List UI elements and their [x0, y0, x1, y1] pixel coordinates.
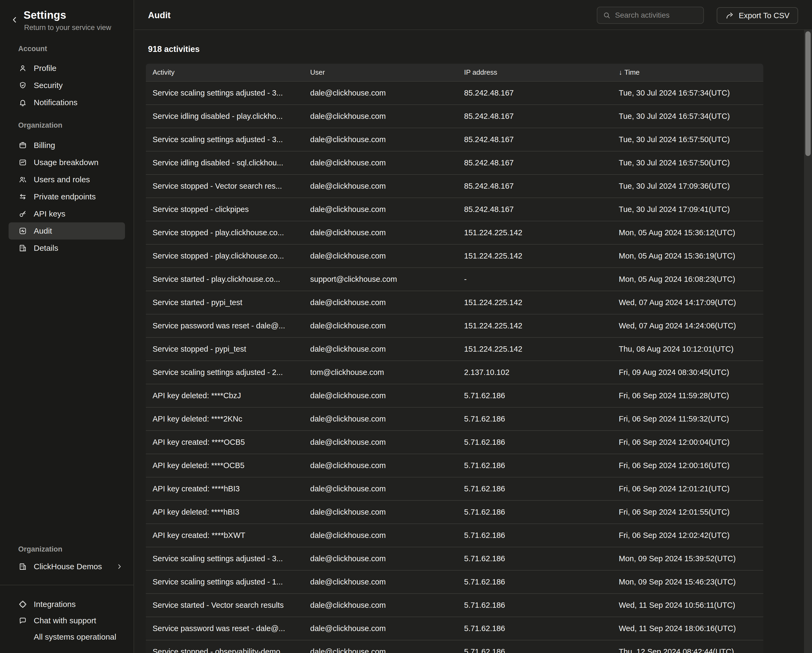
table-row[interactable]: Service stopped - pypi_test dale@clickho… [146, 337, 763, 360]
activity-cell: Service idling disabled - play.clickho..… [153, 112, 310, 121]
organization-switcher: ClickHouse Demos [0, 558, 134, 575]
ip-cell: 151.224.225.142 [464, 298, 619, 307]
user-cell: dale@clickhouse.com [310, 647, 464, 653]
activity-cell: API key deleted: ****CbzJ [153, 391, 310, 400]
table-row[interactable]: Service idling disabled - sql.clickhou..… [146, 151, 763, 174]
sidebar-item-label: Security [34, 81, 63, 90]
ip-cell: 5.71.62.186 [464, 531, 619, 540]
activity-cell: Service password was reset - dale@... [153, 321, 310, 330]
table-row[interactable]: API key deleted: ****CbzJ dale@clickhous… [146, 384, 763, 407]
time-cell: Tue, 30 Jul 2024 16:57:34(UTC) [619, 88, 763, 98]
table-row[interactable]: Service scaling settings adjusted - 1...… [146, 570, 763, 593]
activity-cell: Service started - Vector search results [153, 601, 310, 610]
organization-item[interactable]: ClickHouse Demos [9, 558, 125, 575]
page-title: Audit [148, 10, 171, 20]
table-row[interactable]: Service started - pypi_test dale@clickho… [146, 291, 763, 314]
back-button[interactable] [11, 15, 20, 24]
system-status-label: All systems operational [34, 632, 116, 641]
time-cell: Thu, 08 Aug 2024 10:12:01(UTC) [619, 345, 763, 354]
column-header-time[interactable]: ↓ Time [619, 68, 763, 76]
sidebar-item-billing[interactable]: Billing [9, 137, 125, 154]
integrations-item[interactable]: Integrations [9, 596, 125, 612]
table-row[interactable]: Service scaling settings adjusted - 2...… [146, 360, 763, 384]
table-row[interactable]: Service scaling settings adjusted - 3...… [146, 547, 763, 570]
sidebar-item-label: Notifications [34, 98, 77, 107]
user-cell: dale@clickhouse.com [310, 415, 464, 423]
user-cell: dale@clickhouse.com [310, 601, 464, 610]
sidebar-item-details[interactable]: Details [9, 240, 125, 257]
chat-bubble-icon [19, 616, 27, 625]
sidebar-item-profile[interactable]: Profile [9, 60, 125, 77]
export-to-csv-button[interactable]: Export To CSV [717, 7, 798, 24]
table-row[interactable]: Service idling disabled - play.clickho..… [146, 104, 763, 128]
time-cell: Wed, 07 Aug 2024 14:17:09(UTC) [619, 298, 763, 307]
activity-cell: Service stopped - play.clickhouse.co... [153, 228, 310, 237]
user-cell: dale@clickhouse.com [310, 345, 464, 354]
time-cell: Fri, 09 Aug 2024 08:30:45(UTC) [619, 368, 763, 377]
ip-cell: 5.71.62.186 [464, 508, 619, 517]
sidebar-item-private-endpoints[interactable]: Private endpoints [9, 188, 125, 205]
column-header-user[interactable]: User [310, 68, 464, 76]
search-input[interactable] [615, 11, 698, 20]
table-header: Activity User IP address ↓ Time [146, 64, 763, 81]
user-cell: dale@clickhouse.com [310, 461, 464, 470]
user-cell: tom@clickhouse.com [310, 368, 464, 377]
table-row[interactable]: Service stopped - observability-demo dal… [146, 640, 763, 653]
activity-cell: API key deleted: ****2KNc [153, 415, 310, 423]
ip-cell: 5.71.62.186 [464, 624, 619, 633]
table-row[interactable]: Service stopped - play.clickhouse.co... … [146, 221, 763, 244]
sidebar-item-notifications[interactable]: Notifications [9, 94, 125, 111]
vertical-scrollbar[interactable] [804, 30, 812, 653]
activity-cell: Service scaling settings adjusted - 3... [153, 554, 310, 563]
status-dot [19, 633, 27, 641]
table-row[interactable]: API key deleted: ****hBI3 dale@clickhous… [146, 500, 763, 523]
table-row[interactable]: API key deleted: ****2KNc dale@clickhous… [146, 407, 763, 430]
audit-table: Activity User IP address ↓ Time Service … [146, 64, 763, 653]
sidebar-item-audit[interactable]: Audit [9, 223, 125, 240]
table-row[interactable]: Service started - Vector search results … [146, 593, 763, 616]
table-row[interactable]: API key created: ****OCB5 dale@clickhous… [146, 430, 763, 454]
column-header-activity[interactable]: Activity [153, 68, 310, 76]
sidebar-item-usage-breakdown[interactable]: Usage breakdown [9, 154, 125, 171]
activity-cell: API key created: ****hBI3 [153, 484, 310, 493]
user-cell: dale@clickhouse.com [310, 438, 464, 447]
activity-cell: Service stopped - Vector search res... [153, 182, 310, 191]
chevron-right-icon [116, 563, 123, 570]
activity-cell: Service stopped - pypi_test [153, 345, 310, 354]
system-status-item[interactable]: All systems operational [9, 629, 125, 645]
table-row[interactable]: Service stopped - clickpipes dale@clickh… [146, 197, 763, 221]
table-row[interactable]: Service password was reset - dale@... da… [146, 314, 763, 337]
sidebar-item-api-keys[interactable]: API keys [9, 205, 125, 223]
sidebar-subtitle: Return to your service view [24, 24, 111, 32]
sidebar-item-users-and-roles[interactable]: Users and roles [9, 171, 125, 188]
ip-cell: 151.224.225.142 [464, 228, 619, 237]
activities-count: 918 activities [148, 44, 200, 54]
users-icon [19, 175, 27, 184]
column-header-ip[interactable]: IP address [464, 68, 619, 76]
table-row[interactable]: Service scaling settings adjusted - 3...… [146, 81, 763, 104]
table-row[interactable]: Service scaling settings adjusted - 3...… [146, 128, 763, 151]
user-cell: dale@clickhouse.com [310, 182, 464, 191]
table-row[interactable]: Service started - play.clickhouse.co... … [146, 267, 763, 291]
activity-cell: API key created: ****bXWT [153, 531, 310, 540]
sidebar-item-security[interactable]: Security [9, 77, 125, 94]
user-cell: support@clickhouse.com [310, 275, 464, 284]
table-row[interactable]: Service stopped - play.clickhouse.co... … [146, 244, 763, 267]
user-cell: dale@clickhouse.com [310, 135, 464, 144]
scrollbar-thumb[interactable] [805, 31, 810, 156]
chat-with-support-item[interactable]: Chat with support [9, 612, 125, 629]
table-row[interactable]: API key deleted: ****OCB5 dale@clickhous… [146, 454, 763, 477]
time-cell: Tue, 30 Jul 2024 17:09:36(UTC) [619, 182, 763, 191]
activity-cell: Service stopped - play.clickhouse.co... [153, 252, 310, 260]
chevron-left-icon [11, 16, 20, 24]
activity-cell: Service started - play.clickhouse.co... [153, 275, 310, 284]
swap-arrows-icon [19, 193, 27, 201]
ip-cell: 151.224.225.142 [464, 345, 619, 354]
table-row[interactable]: Service stopped - Vector search res... d… [146, 174, 763, 197]
table-row[interactable]: Service password was reset - dale@... da… [146, 616, 763, 640]
table-row[interactable]: API key created: ****bXWT dale@clickhous… [146, 523, 763, 547]
ip-cell: 5.71.62.186 [464, 601, 619, 610]
activity-cell: Service scaling settings adjusted - 3... [153, 88, 310, 98]
time-cell: Fri, 06 Sep 2024 12:02:42(UTC) [619, 531, 763, 540]
table-row[interactable]: API key created: ****hBI3 dale@clickhous… [146, 477, 763, 500]
